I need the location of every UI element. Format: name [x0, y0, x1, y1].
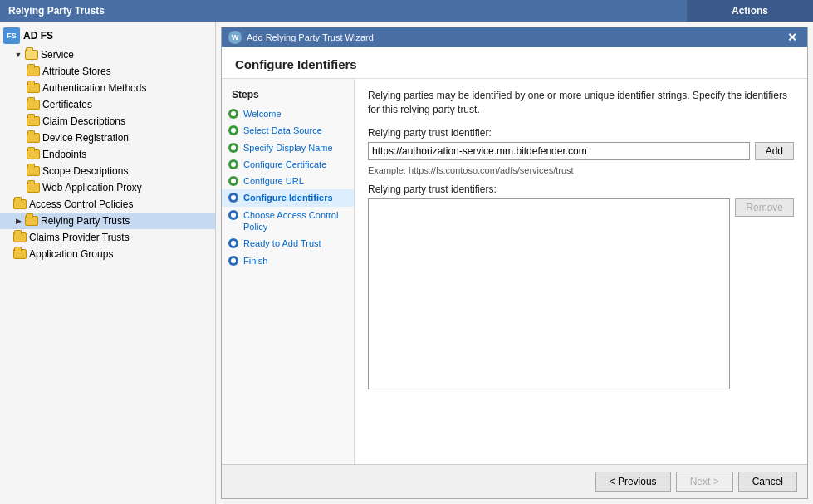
step-name-welcome: Welcome [243, 108, 282, 120]
step-name-identifiers: Configure Identifiers [243, 192, 333, 203]
topbar-title: Relying Party Trusts [0, 5, 687, 17]
sidebar-label-app-groups: Application Groups [29, 248, 113, 260]
sidebar-item-access-control[interactable]: Access Control Policies [0, 196, 215, 213]
step-dot-finish [228, 256, 238, 266]
form-description: Relying parties may be identified by one… [368, 89, 794, 117]
dialog-content: Configure Identifiers Steps Welcome Sel [222, 47, 807, 498]
folder-icon-device [27, 131, 40, 144]
step-name-access: Choose Access Control Policy [243, 209, 347, 233]
sidebar-label-device-registration: Device Registration [42, 132, 129, 144]
sidebar-item-device-registration[interactable]: Device Registration [0, 130, 215, 146]
cancel-button[interactable]: Cancel [738, 472, 797, 492]
step-select-source[interactable]: Select Data Source [222, 122, 354, 139]
sidebar-item-relying-party[interactable]: ▶ Relying Party Trusts [0, 213, 215, 229]
sidebar-item-claims-provider[interactable]: Claims Provider Trusts [0, 229, 215, 246]
sidebar-service-label: Service [41, 49, 74, 61]
dialog-titlebar: W Add Relying Party Trust Wizard ✕ [222, 27, 807, 47]
top-bar: Relying Party Trusts Actions [0, 0, 813, 22]
folder-icon-proxy [27, 181, 40, 194]
sidebar-item-scope-descriptions[interactable]: Scope Descriptions [0, 163, 215, 179]
next-button[interactable]: Next > [676, 472, 733, 492]
expand-arrow-service: ▼ [13, 50, 23, 60]
previous-button[interactable]: < Previous [595, 472, 671, 492]
sidebar-root[interactable]: FS AD FS [0, 25, 215, 46]
step-dot-access [228, 210, 238, 220]
steps-label: Steps [222, 86, 354, 105]
sidebar-item-auth-methods[interactable]: Authentication Methods [0, 80, 215, 96]
step-dot-cert [228, 159, 238, 169]
folder-icon-certs [27, 98, 40, 111]
remove-button[interactable]: Remove [735, 198, 794, 217]
folder-icon-provider [13, 231, 27, 244]
step-welcome[interactable]: Welcome [222, 105, 354, 122]
folder-icon-access [13, 198, 27, 211]
content-panel: W Add Relying Party Trust Wizard ✕ Confi… [216, 22, 813, 504]
topbar-actions[interactable]: Actions [687, 0, 813, 22]
step-dot-display [228, 143, 238, 153]
sidebar-label-access-control: Access Control Policies [29, 198, 133, 210]
sidebar-label-claims-provider: Claims Provider Trusts [29, 232, 130, 243]
step-dot-identifiers [228, 193, 238, 203]
adfs-root-label: AD FS [23, 30, 53, 42]
identifiers-textarea[interactable] [368, 198, 730, 389]
step-configure-cert[interactable]: Configure Certificate [222, 156, 354, 173]
identifiers-row: Remove [368, 198, 794, 389]
step-name-url: Configure URL [243, 175, 304, 187]
step-name-finish: Finish [243, 255, 267, 267]
dialog-body: Steps Welcome Select Data Source Specify… [222, 79, 807, 464]
folder-icon-appgroups [13, 247, 27, 261]
main-layout: FS AD FS ▼ Service Attribute Stores Auth… [0, 22, 813, 504]
step-configure-url[interactable]: Configure URL [222, 173, 354, 189]
sidebar-label-claim-descriptions: Claim Descriptions [42, 115, 125, 127]
step-dot-url [228, 176, 238, 186]
step-dot-source [228, 125, 238, 135]
dialog-header: Configure Identifiers [222, 47, 807, 79]
step-display-name[interactable]: Specify Display Name [222, 139, 354, 156]
folder-icon-scope [27, 164, 40, 178]
step-name-ready: Ready to Add Trust [243, 237, 321, 249]
folder-icon-attribute [27, 65, 40, 78]
dialog-footer: < Previous Next > Cancel [222, 464, 807, 498]
sidebar-item-claim-descriptions[interactable]: Claim Descriptions [0, 113, 215, 130]
step-dot-ready [228, 238, 238, 248]
dialog-title: Add Relying Party Trust Wizard [247, 32, 784, 42]
folder-icon-relying [25, 214, 38, 228]
sidebar-item-certificates[interactable]: Certificates [0, 96, 215, 113]
step-ready-to-add[interactable]: Ready to Add Trust [222, 235, 354, 252]
identifier-input[interactable] [368, 142, 750, 160]
step-finish[interactable]: Finish [222, 252, 354, 269]
folder-icon-claims [27, 115, 40, 128]
step-name-source: Select Data Source [243, 125, 322, 136]
step-access-control[interactable]: Choose Access Control Policy [222, 207, 354, 236]
identifier-input-row: Add [368, 142, 794, 160]
example-text: Example: https://fs.contoso.com/adfs/ser… [368, 165, 794, 175]
sidebar-item-attribute-stores[interactable]: Attribute Stores [0, 63, 215, 80]
folder-icon-endpoints [27, 148, 40, 161]
wizard-icon: W [228, 31, 242, 44]
sidebar-label-certificates: Certificates [42, 99, 92, 110]
close-button[interactable]: ✕ [784, 31, 801, 44]
sidebar-item-app-groups[interactable]: Application Groups [0, 246, 215, 262]
folder-open-icon-service [25, 48, 38, 61]
sidebar-item-service[interactable]: ▼ Service [0, 46, 215, 63]
sidebar-label-auth-methods: Authentication Methods [42, 82, 146, 94]
step-name-display: Specify Display Name [243, 142, 333, 154]
steps-panel: Steps Welcome Select Data Source Specify… [222, 79, 355, 464]
expand-arrow-relying: ▶ [13, 216, 23, 226]
sidebar-item-endpoints[interactable]: Endpoints [0, 146, 215, 163]
sidebar-label-web-app-proxy: Web Application Proxy [42, 182, 142, 193]
folder-icon-auth [27, 81, 40, 95]
step-name-cert: Configure Certificate [243, 159, 326, 170]
sidebar-label-relying-party: Relying Party Trusts [41, 215, 130, 227]
step-dot-welcome [228, 109, 238, 119]
sidebar-label-endpoints: Endpoints [42, 149, 86, 160]
add-button[interactable]: Add [755, 142, 794, 160]
dialog: W Add Relying Party Trust Wizard ✕ Confi… [221, 27, 808, 499]
step-configure-identifiers[interactable]: Configure Identifiers [222, 189, 354, 206]
sidebar: FS AD FS ▼ Service Attribute Stores Auth… [0, 22, 216, 504]
sidebar-label-attribute-stores: Attribute Stores [42, 66, 111, 77]
dialog-heading: Configure Identifiers [235, 57, 794, 71]
identifier-label: Relying party trust identifier: [368, 127, 794, 139]
identifiers-label: Relying party trust identifiers: [368, 183, 794, 195]
sidebar-item-web-app-proxy[interactable]: Web Application Proxy [0, 179, 215, 196]
